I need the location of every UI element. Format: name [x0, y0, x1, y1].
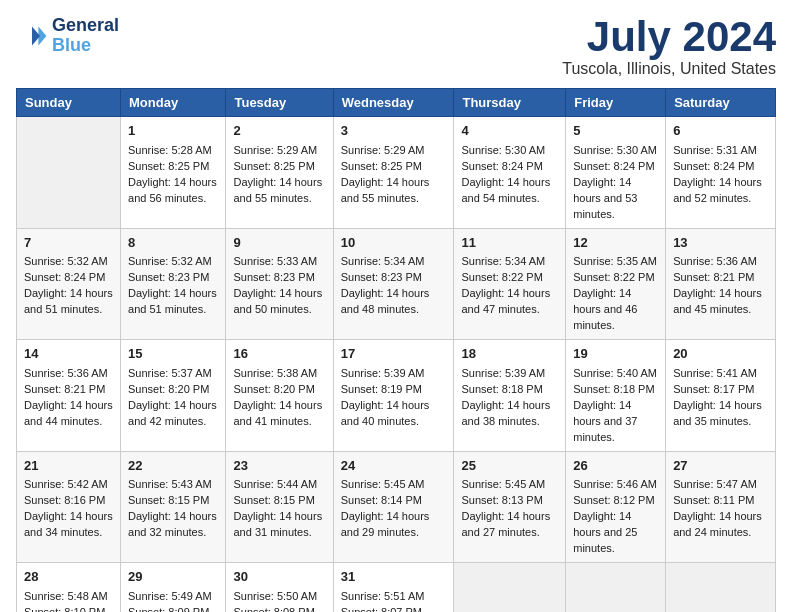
sunset-text: Sunset: 8:12 PM: [573, 494, 654, 506]
sunrise-text: Sunrise: 5:47 AM: [673, 478, 757, 490]
cell-4-2: 22Sunrise: 5:43 AMSunset: 8:15 PMDayligh…: [121, 451, 226, 563]
cell-5-5: [454, 563, 566, 612]
logo: General Blue: [16, 16, 119, 56]
day-number: 16: [233, 345, 325, 364]
day-number: 18: [461, 345, 558, 364]
sunrise-text: Sunrise: 5:50 AM: [233, 590, 317, 602]
daylight-text: Daylight: 14 hours and 55 minutes.: [341, 176, 430, 204]
logo-icon: [16, 20, 48, 52]
day-number: 7: [24, 234, 113, 253]
daylight-text: Daylight: 14 hours and 56 minutes.: [128, 176, 217, 204]
header-cell-wednesday: Wednesday: [333, 89, 454, 117]
cell-4-1: 21Sunrise: 5:42 AMSunset: 8:16 PMDayligh…: [17, 451, 121, 563]
cell-5-2: 29Sunrise: 5:49 AMSunset: 8:09 PMDayligh…: [121, 563, 226, 612]
daylight-text: Daylight: 14 hours and 54 minutes.: [461, 176, 550, 204]
cell-5-6: [566, 563, 666, 612]
day-number: 25: [461, 457, 558, 476]
sunset-text: Sunset: 8:16 PM: [24, 494, 105, 506]
day-number: 23: [233, 457, 325, 476]
sunrise-text: Sunrise: 5:32 AM: [24, 255, 108, 267]
day-number: 30: [233, 568, 325, 587]
cell-4-4: 24Sunrise: 5:45 AMSunset: 8:14 PMDayligh…: [333, 451, 454, 563]
cell-1-3: 2Sunrise: 5:29 AMSunset: 8:25 PMDaylight…: [226, 117, 333, 229]
day-number: 27: [673, 457, 768, 476]
sunrise-text: Sunrise: 5:51 AM: [341, 590, 425, 602]
sunset-text: Sunset: 8:24 PM: [24, 271, 105, 283]
cell-3-6: 19Sunrise: 5:40 AMSunset: 8:18 PMDayligh…: [566, 340, 666, 452]
sunset-text: Sunset: 8:17 PM: [673, 383, 754, 395]
day-number: 24: [341, 457, 447, 476]
sunrise-text: Sunrise: 5:45 AM: [341, 478, 425, 490]
sunset-text: Sunset: 8:18 PM: [573, 383, 654, 395]
daylight-text: Daylight: 14 hours and 34 minutes.: [24, 510, 113, 538]
sunset-text: Sunset: 8:21 PM: [673, 271, 754, 283]
cell-5-3: 30Sunrise: 5:50 AMSunset: 8:08 PMDayligh…: [226, 563, 333, 612]
daylight-text: Daylight: 14 hours and 24 minutes.: [673, 510, 762, 538]
day-number: 6: [673, 122, 768, 141]
cell-3-2: 15Sunrise: 5:37 AMSunset: 8:20 PMDayligh…: [121, 340, 226, 452]
daylight-text: Daylight: 14 hours and 53 minutes.: [573, 176, 637, 220]
day-number: 9: [233, 234, 325, 253]
header-cell-friday: Friday: [566, 89, 666, 117]
daylight-text: Daylight: 14 hours and 31 minutes.: [233, 510, 322, 538]
calendar-table: SundayMondayTuesdayWednesdayThursdayFrid…: [16, 88, 776, 612]
day-number: 22: [128, 457, 218, 476]
sunset-text: Sunset: 8:07 PM: [341, 606, 422, 612]
sunrise-text: Sunrise: 5:35 AM: [573, 255, 657, 267]
cell-3-1: 14Sunrise: 5:36 AMSunset: 8:21 PMDayligh…: [17, 340, 121, 452]
day-number: 20: [673, 345, 768, 364]
daylight-text: Daylight: 14 hours and 45 minutes.: [673, 287, 762, 315]
sunset-text: Sunset: 8:22 PM: [461, 271, 542, 283]
day-number: 26: [573, 457, 658, 476]
cell-2-4: 10Sunrise: 5:34 AMSunset: 8:23 PMDayligh…: [333, 228, 454, 340]
header-cell-tuesday: Tuesday: [226, 89, 333, 117]
day-number: 28: [24, 568, 113, 587]
sunset-text: Sunset: 8:25 PM: [341, 160, 422, 172]
sunrise-text: Sunrise: 5:36 AM: [673, 255, 757, 267]
cell-2-6: 12Sunrise: 5:35 AMSunset: 8:22 PMDayligh…: [566, 228, 666, 340]
daylight-text: Daylight: 14 hours and 25 minutes.: [573, 510, 637, 554]
sunrise-text: Sunrise: 5:29 AM: [341, 144, 425, 156]
cell-3-7: 20Sunrise: 5:41 AMSunset: 8:17 PMDayligh…: [666, 340, 776, 452]
sunrise-text: Sunrise: 5:30 AM: [461, 144, 545, 156]
cell-3-4: 17Sunrise: 5:39 AMSunset: 8:19 PMDayligh…: [333, 340, 454, 452]
sunrise-text: Sunrise: 5:34 AM: [341, 255, 425, 267]
week-row-1: 1Sunrise: 5:28 AMSunset: 8:25 PMDaylight…: [17, 117, 776, 229]
sunrise-text: Sunrise: 5:30 AM: [573, 144, 657, 156]
sunrise-text: Sunrise: 5:44 AM: [233, 478, 317, 490]
daylight-text: Daylight: 14 hours and 29 minutes.: [341, 510, 430, 538]
cell-1-6: 5Sunrise: 5:30 AMSunset: 8:24 PMDaylight…: [566, 117, 666, 229]
header-cell-saturday: Saturday: [666, 89, 776, 117]
sunrise-text: Sunrise: 5:48 AM: [24, 590, 108, 602]
day-number: 15: [128, 345, 218, 364]
sunset-text: Sunset: 8:24 PM: [573, 160, 654, 172]
sunset-text: Sunset: 8:20 PM: [128, 383, 209, 395]
sunset-text: Sunset: 8:11 PM: [673, 494, 754, 506]
sunset-text: Sunset: 8:09 PM: [128, 606, 209, 612]
sunset-text: Sunset: 8:13 PM: [461, 494, 542, 506]
cell-4-3: 23Sunrise: 5:44 AMSunset: 8:15 PMDayligh…: [226, 451, 333, 563]
cell-2-2: 8Sunrise: 5:32 AMSunset: 8:23 PMDaylight…: [121, 228, 226, 340]
cell-5-1: 28Sunrise: 5:48 AMSunset: 8:10 PMDayligh…: [17, 563, 121, 612]
subtitle: Tuscola, Illinois, United States: [562, 60, 776, 78]
daylight-text: Daylight: 14 hours and 32 minutes.: [128, 510, 217, 538]
sunrise-text: Sunrise: 5:41 AM: [673, 367, 757, 379]
title-area: July 2024 Tuscola, Illinois, United Stat…: [562, 16, 776, 78]
sunrise-text: Sunrise: 5:28 AM: [128, 144, 212, 156]
daylight-text: Daylight: 14 hours and 38 minutes.: [461, 399, 550, 427]
logo-line2: Blue: [52, 35, 91, 55]
logo-text: General Blue: [52, 16, 119, 56]
sunrise-text: Sunrise: 5:43 AM: [128, 478, 212, 490]
day-number: 3: [341, 122, 447, 141]
sunrise-text: Sunrise: 5:49 AM: [128, 590, 212, 602]
week-row-3: 14Sunrise: 5:36 AMSunset: 8:21 PMDayligh…: [17, 340, 776, 452]
cell-2-5: 11Sunrise: 5:34 AMSunset: 8:22 PMDayligh…: [454, 228, 566, 340]
day-number: 31: [341, 568, 447, 587]
main-title: July 2024: [562, 16, 776, 58]
day-number: 11: [461, 234, 558, 253]
logo-line1: General: [52, 16, 119, 36]
cell-1-5: 4Sunrise: 5:30 AMSunset: 8:24 PMDaylight…: [454, 117, 566, 229]
daylight-text: Daylight: 14 hours and 50 minutes.: [233, 287, 322, 315]
sunset-text: Sunset: 8:25 PM: [233, 160, 314, 172]
daylight-text: Daylight: 14 hours and 35 minutes.: [673, 399, 762, 427]
